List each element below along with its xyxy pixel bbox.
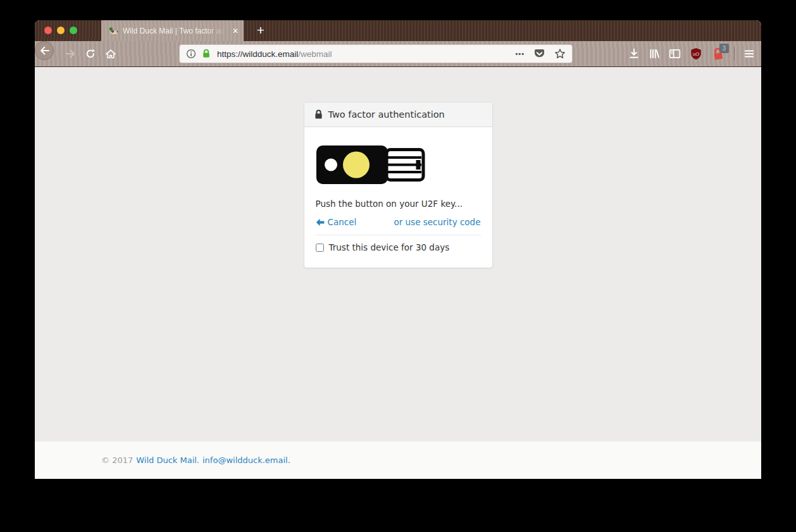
extension-badge-count: 3 [719,44,729,53]
url-bar[interactable]: https://wildduck.email/webmail ••• [179,44,573,63]
svg-text:uO: uO [693,51,699,57]
page-actions-icon[interactable]: ••• [515,50,525,58]
action-links-row: Cancel or use security code [316,217,481,227]
home-button[interactable] [103,46,118,61]
copyright-text: © 2017 [101,455,133,465]
privacy-extension-button[interactable]: 3 [711,46,725,61]
back-arrow-icon [316,218,325,226]
u2f-key-image [316,141,426,189]
bookmark-star-icon[interactable] [554,48,566,59]
contact-email-link[interactable]: info@wildduck.email. [202,455,290,465]
cancel-link[interactable]: Cancel [316,217,357,227]
brand-link[interactable]: Wild Duck Mail. [136,455,199,465]
card-body: Push the button on your U2F key... Cance… [304,127,492,268]
browser-window: Wild Duck Mail | Two factor auth ✕ + [35,20,761,479]
use-security-code-link[interactable]: or use security code [394,217,480,227]
menu-hamburger-icon[interactable] [743,48,755,59]
tab-bar: Wild Duck Mail | Two factor auth ✕ + [35,20,761,41]
url-text: https://wildduck.email/webmail [217,49,332,59]
tab-wild-duck-mail[interactable]: Wild Duck Mail | Two factor auth ✕ [101,20,244,41]
screenshot-stage: Wild Duck Mail | Two factor auth ✕ + [0,0,796,532]
card-divider [316,235,481,235]
card-header: Two factor authentication [304,102,492,127]
ublock-origin-icon[interactable]: uO [690,47,702,60]
maximize-window-button[interactable] [70,27,77,34]
reload-icon [85,48,96,59]
navigation-toolbar: https://wildduck.email/webmail ••• [35,41,761,67]
trust-device-checkbox[interactable] [316,244,324,252]
u2f-instruction: Push the button on your U2F key... [316,199,481,209]
toolbar-extensions-area: uO 3 [628,41,755,66]
toolbar-separator [734,47,735,61]
page-footer: © 2017 Wild Duck Mail. info@wildduck.ema… [35,442,761,479]
lock-icon [314,109,323,120]
duck-favicon-icon [108,26,118,36]
library-icon[interactable] [649,48,660,59]
url-host: https://wildduck.email [217,49,298,59]
back-button[interactable] [35,41,54,60]
trust-device-row: Trust this device for 30 days [316,242,481,252]
tab-close-icon[interactable]: ✕ [232,27,239,35]
cancel-label: Cancel [328,217,357,227]
window-controls [44,27,77,34]
downloads-icon[interactable] [628,48,640,59]
reload-button[interactable] [83,46,98,61]
trust-device-label: Trust this device for 30 days [329,242,450,252]
new-tab-button[interactable]: + [251,22,270,40]
card-title: Two factor authentication [328,109,445,120]
forward-button[interactable] [63,46,78,61]
url-path: /webmail [298,49,332,59]
pocket-icon[interactable] [533,48,545,60]
forward-arrow-icon [65,49,76,59]
https-lock-icon[interactable] [201,49,211,59]
tab-title: Wild Duck Mail | Two factor auth [123,27,228,35]
close-window-button[interactable] [44,27,52,34]
sidebar-toggle-icon[interactable] [669,48,681,59]
site-info-icon[interactable] [186,49,196,59]
back-arrow-icon [39,46,50,56]
home-icon [105,49,116,59]
two-factor-card: Two factor authentication Push the butto… [304,102,493,268]
minimize-window-button[interactable] [57,27,65,34]
page-content: Two factor authentication Push the butto… [35,67,761,442]
